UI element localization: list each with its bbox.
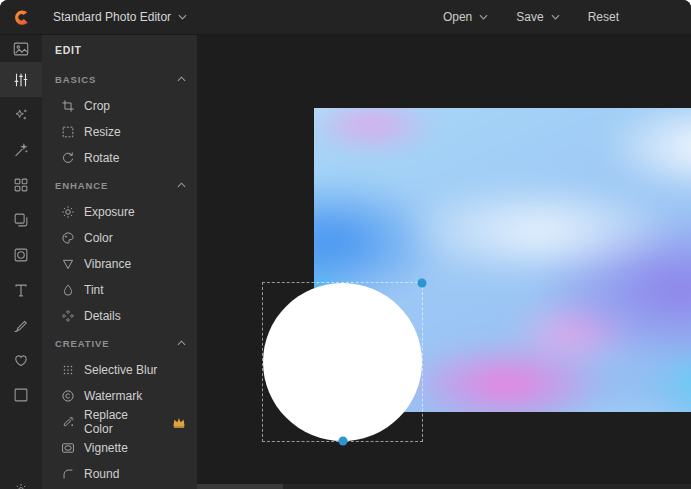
rail-item-elements[interactable]	[0, 167, 42, 202]
panel-item-watermark[interactable]: Watermark	[42, 383, 197, 409]
editor-title-menu[interactable]: Standard Photo Editor	[53, 10, 187, 24]
adjust-sliders-icon	[12, 71, 30, 89]
panel-item-label: Vignette	[84, 441, 128, 455]
selection-handle-top-right[interactable]	[418, 279, 427, 288]
horizontal-scrollbar[interactable]	[197, 484, 691, 489]
section-header-creative[interactable]: CREATIVE	[42, 329, 197, 357]
draw-icon	[12, 316, 30, 334]
heart-icon	[12, 351, 30, 369]
app-logo-icon	[13, 8, 32, 27]
replace-color-eyedropper-icon	[61, 415, 75, 429]
panel-item-label: Crop	[84, 99, 110, 113]
white-circle-shape[interactable]	[263, 283, 422, 441]
section-header-basics[interactable]: BASICS	[42, 65, 197, 93]
chevron-down-icon	[479, 14, 488, 20]
frame-icon	[12, 246, 30, 264]
text-icon	[12, 281, 30, 299]
chevron-up-icon	[177, 340, 186, 346]
exposure-sun-icon	[61, 205, 75, 219]
panel-item-label: Tint	[84, 283, 104, 297]
panel-item-rotate[interactable]: Rotate	[42, 145, 197, 171]
panel-item-label: Exposure	[84, 205, 135, 219]
panel-item-label: Rotate	[84, 151, 119, 165]
round-corner-icon	[61, 467, 75, 481]
edit-panel: EDIT BASICS Crop Resize Rotate ENHANCE E…	[42, 35, 197, 489]
canvas-area[interactable]	[197, 35, 691, 489]
open-label: Open	[443, 10, 472, 24]
panel-item-vibrance[interactable]: Vibrance	[42, 251, 197, 277]
rail-item-favorites[interactable]	[0, 342, 42, 377]
panel-item-exposure[interactable]: Exposure	[42, 199, 197, 225]
watermark-copyright-icon	[61, 389, 75, 403]
panel-item-color[interactable]: Color	[42, 225, 197, 251]
settings-gear-icon	[13, 482, 29, 489]
editor-title: Standard Photo Editor	[53, 10, 171, 24]
rail-item-shapes[interactable]	[0, 377, 42, 412]
section-header-enhance[interactable]: ENHANCE	[42, 171, 197, 199]
chevron-up-icon	[177, 76, 186, 82]
save-label: Save	[516, 10, 543, 24]
chevron-up-icon	[177, 182, 186, 188]
rail-item-text[interactable]	[0, 272, 42, 307]
horizontal-scrollbar-thumb[interactable]	[197, 484, 283, 489]
elements-grid-icon	[12, 176, 30, 194]
magic-wand-icon	[12, 141, 30, 159]
rail-item-stickers[interactable]	[0, 202, 42, 237]
photo-icon	[12, 40, 30, 58]
photo-editor-window: Standard Photo Editor Open Save Reset	[0, 0, 691, 489]
panel-item-label: Vibrance	[84, 257, 131, 271]
panel-item-vignette[interactable]: Vignette	[42, 435, 197, 461]
premium-crown-icon	[172, 415, 186, 429]
chevron-down-icon	[551, 14, 560, 20]
shape-square-icon	[12, 386, 30, 404]
topbar-actions: Open Save Reset	[443, 10, 619, 24]
top-bar: Standard Photo Editor Open Save Reset	[0, 0, 691, 35]
effects-sparkle-icon	[12, 106, 30, 124]
section-label: CREATIVE	[55, 338, 110, 349]
section-label: ENHANCE	[55, 180, 108, 191]
vignette-icon	[61, 441, 75, 455]
details-diamonds-icon	[61, 309, 75, 323]
panel-item-label: Resize	[84, 125, 121, 139]
chevron-down-icon	[178, 14, 187, 20]
rail-item-settings[interactable]	[0, 482, 42, 489]
stickers-icon	[12, 211, 30, 229]
panel-item-label: Color	[84, 231, 113, 245]
rail-item-photo[interactable]	[0, 35, 42, 62]
panel-item-selective-blur[interactable]: Selective Blur	[42, 357, 197, 383]
panel-item-label: Round	[84, 467, 119, 481]
reset-button[interactable]: Reset	[588, 10, 619, 24]
panel-item-replace-color[interactable]: Replace Color	[42, 409, 197, 435]
vibrance-triangle-icon	[61, 257, 75, 271]
panel-item-label: Replace Color	[84, 408, 154, 436]
crop-icon	[61, 99, 75, 113]
selection-handle-bottom-center[interactable]	[338, 437, 347, 446]
section-label: BASICS	[55, 74, 96, 85]
rail-item-retouch[interactable]	[0, 132, 42, 167]
tint-droplet-icon	[61, 283, 75, 297]
panel-item-label: Watermark	[84, 389, 142, 403]
panel-item-round[interactable]: Round	[42, 461, 197, 487]
rotate-icon	[61, 151, 75, 165]
open-button[interactable]: Open	[443, 10, 488, 24]
resize-icon	[61, 125, 75, 139]
reset-label: Reset	[588, 10, 619, 24]
rail-item-effects[interactable]	[0, 97, 42, 132]
rail-item-adjust[interactable]	[0, 62, 42, 97]
rail-item-draw[interactable]	[0, 307, 42, 342]
selection-bounding-box[interactable]	[262, 282, 423, 442]
color-palette-icon	[61, 231, 75, 245]
panel-item-resize[interactable]: Resize	[42, 119, 197, 145]
save-button[interactable]: Save	[516, 10, 559, 24]
panel-item-tint[interactable]: Tint	[42, 277, 197, 303]
panel-item-label: Details	[84, 309, 121, 323]
panel-item-label: Selective Blur	[84, 363, 157, 377]
panel-title: EDIT	[42, 35, 197, 65]
panel-item-details[interactable]: Details	[42, 303, 197, 329]
panel-item-crop[interactable]: Crop	[42, 93, 197, 119]
selective-blur-icon	[61, 363, 75, 377]
tool-rail	[0, 35, 42, 489]
rail-item-frames[interactable]	[0, 237, 42, 272]
